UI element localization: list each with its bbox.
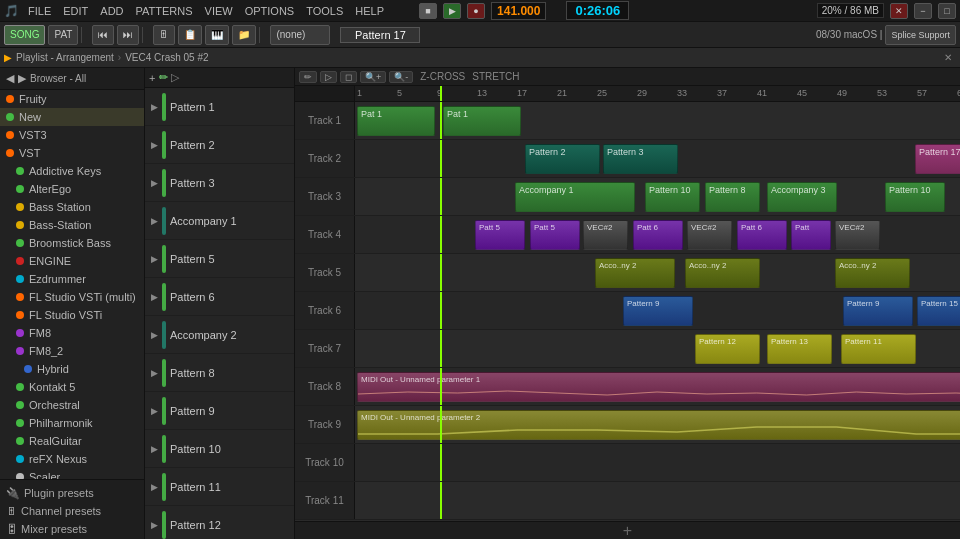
pattern-item-5[interactable]: ▶ Pattern 5: [145, 240, 294, 278]
track-lane-7[interactable]: Pattern 12 Pattern 13 Pattern 11: [355, 330, 960, 367]
menu-help[interactable]: HELP: [352, 5, 387, 17]
sidebar-item-bassstation[interactable]: Bass Station: [0, 198, 144, 216]
pattern-expand-1[interactable]: ▶: [151, 102, 158, 112]
sidebar-item-fm8-2[interactable]: FM8_2: [0, 342, 144, 360]
menu-view[interactable]: VIEW: [202, 5, 236, 17]
track-lane-5[interactable]: Acco..ny 2 Acco..ny 2 Acco..ny 2: [355, 254, 960, 291]
select-tool[interactable]: ▷: [171, 71, 179, 84]
channel-btn[interactable]: 📋: [178, 25, 202, 45]
sidebar-item-ezdrummer[interactable]: Ezdrummer: [0, 270, 144, 288]
block-midi1-t8[interactable]: MIDI Out - Unnamed parameter 1: [357, 372, 960, 402]
track-lane-6[interactable]: Pattern 9 Pattern 9 Pattern 15: [355, 292, 960, 329]
tracks-area[interactable]: Track 1 Pat 1 Pat 1 Track 2 Pattern 2 Pa…: [295, 102, 960, 521]
block-pattern6-t4[interactable]: Patt 6: [633, 220, 683, 250]
draw-tool[interactable]: ✏: [159, 71, 168, 84]
pattern-item-10[interactable]: ▶ Pattern 10: [145, 430, 294, 468]
pattern-item-6[interactable]: ▶ Pattern 6: [145, 278, 294, 316]
close-button[interactable]: ✕: [890, 3, 908, 19]
track-lane-8[interactable]: MIDI Out - Unnamed parameter 1: [355, 368, 960, 405]
draw-tool-btn[interactable]: ✏: [299, 71, 317, 83]
block-accompany2c-t5[interactable]: Acco..ny 2: [835, 258, 910, 288]
rewind-btn[interactable]: ⏮: [92, 25, 114, 45]
block-vec1-t4[interactable]: VEC#2: [583, 220, 628, 250]
block-pattern1-t1b[interactable]: Pat 1: [443, 106, 521, 136]
block-pattern5b-t4[interactable]: Patt 5: [530, 220, 580, 250]
block-pattern15-t6[interactable]: Pattern 15: [917, 296, 960, 326]
block-pattern8-t3[interactable]: Pattern 8: [705, 182, 760, 212]
block-pattern1-t1[interactable]: Pat 1: [357, 106, 435, 136]
play-button[interactable]: ▶: [443, 3, 461, 19]
preset-display[interactable]: (none): [270, 25, 330, 45]
sidebar-item-new[interactable]: New: [0, 108, 144, 126]
block-pattern11-t7[interactable]: Pattern 11: [841, 334, 916, 364]
sidebar-item-engine[interactable]: ENGINE: [0, 252, 144, 270]
add-track-btn[interactable]: +: [295, 521, 960, 539]
track-lane-4[interactable]: Patt 5 Patt 5 VEC#2 Patt 6 VEC#2 Patt 6 …: [355, 216, 960, 253]
back-icon[interactable]: ◀: [6, 72, 14, 85]
channel-presets-btn[interactable]: 🎚 Channel presets: [6, 502, 138, 520]
sidebar-item-kontakt[interactable]: Kontakt 5: [0, 378, 144, 396]
pattern-item-9[interactable]: ▶ Pattern 9: [145, 392, 294, 430]
block-pattern6b-t4[interactable]: Patt 6: [737, 220, 787, 250]
playlist-close[interactable]: ✕: [940, 52, 956, 63]
erase-tool-btn[interactable]: ◻: [340, 71, 357, 83]
track-lane-9[interactable]: MIDI Out - Unnamed parameter 2: [355, 406, 960, 443]
add-pattern-btn[interactable]: +: [149, 72, 155, 84]
pattern-item-3[interactable]: ▶ Pattern 3: [145, 164, 294, 202]
ruler[interactable]: 1 5 9 13 17 21 25 29 33 37 41 45 49 53 5…: [295, 86, 960, 102]
mixer-presets-btn[interactable]: 🎛 Mixer presets: [6, 520, 138, 538]
mixer-btn[interactable]: 🎚: [153, 25, 175, 45]
pattern-item-accompany2[interactable]: ▶ Accompany 2: [145, 316, 294, 354]
sidebar-item-alterego[interactable]: AlterEgo: [0, 180, 144, 198]
block-accompany1-t3[interactable]: Accompany 1: [515, 182, 635, 212]
block-pattern9-t6a[interactable]: Pattern 9: [623, 296, 693, 326]
block-pattern5-t4[interactable]: Patt 5: [475, 220, 525, 250]
sidebar-item-realguitar[interactable]: RealGuitar: [0, 432, 144, 450]
pat-mode-btn[interactable]: PAT: [48, 25, 78, 45]
pattern-item-accompany1[interactable]: ▶ Accompany 1: [145, 202, 294, 240]
block-midi2-t9[interactable]: MIDI Out - Unnamed parameter 2: [357, 410, 960, 440]
minimize-button[interactable]: −: [914, 3, 932, 19]
menu-add[interactable]: ADD: [97, 5, 126, 17]
sidebar-item-broomstick[interactable]: Broomstick Bass: [0, 234, 144, 252]
ff-btn[interactable]: ⏭: [117, 25, 139, 45]
pattern-display[interactable]: Pattern 17: [340, 27, 420, 43]
block-accompany2a-t5[interactable]: Acco..ny 2: [595, 258, 675, 288]
bpm-display[interactable]: 141.000: [491, 2, 546, 20]
track-lane-3[interactable]: Accompany 1 Pattern 10 Pattern 8 Accompa…: [355, 178, 960, 215]
block-pattern9-t6b[interactable]: Pattern 9: [843, 296, 913, 326]
song-mode-btn[interactable]: SONG: [4, 25, 45, 45]
sidebar-item-bassstation2[interactable]: Bass-Station: [0, 216, 144, 234]
block-patt3-t4[interactable]: Patt: [791, 220, 831, 250]
block-pattern12-t7[interactable]: Pattern 12: [695, 334, 760, 364]
menu-options[interactable]: OPTIONS: [242, 5, 298, 17]
block-vec3-t4[interactable]: VEC#2: [835, 220, 880, 250]
block-pattern3-t2[interactable]: Pattern 3: [603, 144, 678, 174]
block-pattern17-t2[interactable]: Pattern 17: [915, 144, 960, 174]
sidebar-item-fruity[interactable]: Fruity: [0, 90, 144, 108]
track-lane-10[interactable]: [355, 444, 960, 481]
piano-btn[interactable]: 🎹: [205, 25, 229, 45]
block-pattern13-t7[interactable]: Pattern 13: [767, 334, 832, 364]
browser-btn[interactable]: 📁: [232, 25, 256, 45]
track-lane-11[interactable]: [355, 482, 960, 519]
record-button[interactable]: ●: [467, 3, 485, 19]
sidebar-item-orchestral[interactable]: Orchestral: [0, 396, 144, 414]
zoom-in-btn[interactable]: 🔍+: [360, 71, 386, 83]
block-pattern10b-t3[interactable]: Pattern 10: [885, 182, 945, 212]
sidebar-item-fm8[interactable]: FM8: [0, 324, 144, 342]
menu-tools[interactable]: TOOLS: [303, 5, 346, 17]
pattern-item-12[interactable]: ▶ Pattern 12: [145, 506, 294, 539]
forward-icon[interactable]: ▶: [18, 72, 26, 85]
sidebar-item-scaler[interactable]: Scaler: [0, 468, 144, 479]
sidebar-item-flstudio-multi[interactable]: FL Studio VSTi (multi): [0, 288, 144, 306]
plugin-presets-btn[interactable]: 🔌 Plugin presets: [6, 484, 138, 502]
maximize-button[interactable]: □: [938, 3, 956, 19]
block-pattern10-t3[interactable]: Pattern 10: [645, 182, 700, 212]
menu-edit[interactable]: EDIT: [60, 5, 91, 17]
sidebar-item-vst3[interactable]: VST3: [0, 126, 144, 144]
pattern-item-2[interactable]: ▶ Pattern 2: [145, 126, 294, 164]
pattern-item-1[interactable]: ▶ Pattern 1: [145, 88, 294, 126]
zoom-out-btn[interactable]: 🔍-: [389, 71, 413, 83]
menu-patterns[interactable]: PATTERNS: [133, 5, 196, 17]
